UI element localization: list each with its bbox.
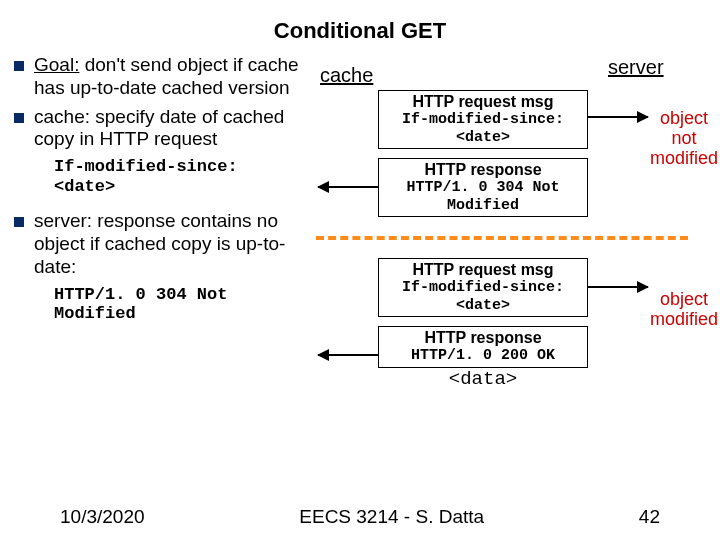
request-header: HTTP request msg: [385, 93, 581, 111]
content-area: Goal: don't send object if cache has up-…: [0, 44, 720, 338]
arrow-right-icon: [588, 116, 648, 118]
square-bullet-icon: [14, 61, 24, 71]
code-snippet: If-modified-since: <date>: [54, 157, 308, 196]
request-header: HTTP request msg: [385, 261, 581, 279]
bullet-list: Goal: don't send object if cache has up-…: [8, 54, 308, 338]
response-box-2: HTTP response HTTP/1. 0 200 OK: [378, 326, 588, 368]
bullet-text: server: response contains no object if c…: [34, 210, 308, 278]
diagram-area: cache server HTTP request msg If-modifie…: [308, 54, 708, 338]
server-label: server: [608, 56, 664, 79]
footer-course: EECS 3214 - S. Datta: [299, 506, 484, 528]
divider-dash: [316, 236, 688, 240]
request-box-1: HTTP request msg If-modified-since: <dat…: [378, 90, 588, 149]
note-text: objectnotmodified: [650, 108, 718, 168]
request-mono: If-modified-since: <date>: [385, 279, 581, 314]
slide-title: Conditional GET: [0, 0, 720, 44]
request-box-2: HTTP request msg If-modified-since: <dat…: [378, 258, 588, 317]
data-label: <data>: [433, 368, 533, 390]
arrow-right-icon: [588, 286, 648, 288]
bullet-text: cache: specify date of cached copy in HT…: [34, 106, 308, 152]
cache-label: cache: [320, 64, 373, 87]
note-not-modified: objectnotmodified: [650, 109, 718, 168]
note-modified: objectmodified: [650, 290, 718, 330]
list-item: cache: specify date of cached copy in HT…: [14, 106, 308, 152]
response-mono: HTTP/1. 0 304 Not Modified: [385, 179, 581, 214]
response-header: HTTP response: [385, 161, 581, 179]
arrow-left-icon: [318, 186, 378, 188]
response-box-1: HTTP response HTTP/1. 0 304 Not Modified: [378, 158, 588, 217]
footer-date: 10/3/2020: [60, 506, 145, 528]
square-bullet-icon: [14, 113, 24, 123]
arrow-left-icon: [318, 354, 378, 356]
request-mono: If-modified-since: <date>: [385, 111, 581, 146]
list-item: Goal: don't send object if cache has up-…: [14, 54, 308, 100]
bullet-text: Goal: don't send object if cache has up-…: [34, 54, 308, 100]
goal-label: Goal:: [34, 54, 79, 75]
response-mono: HTTP/1. 0 200 OK: [385, 347, 581, 364]
note-text: objectmodified: [650, 289, 718, 329]
square-bullet-icon: [14, 217, 24, 227]
footer-page: 42: [639, 506, 660, 528]
response-header: HTTP response: [385, 329, 581, 347]
list-item: server: response contains no object if c…: [14, 210, 308, 278]
code-snippet: HTTP/1. 0 304 Not Modified: [54, 285, 308, 324]
slide-footer: 10/3/2020 EECS 3214 - S. Datta 42: [0, 506, 720, 528]
